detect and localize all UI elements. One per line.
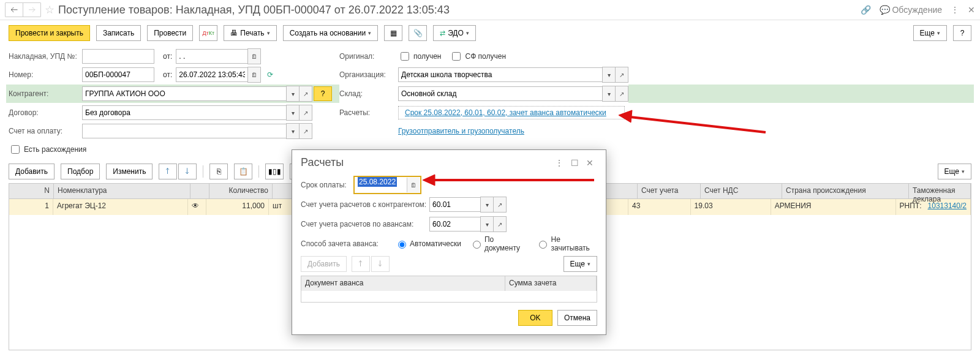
contragent-label: Контрагент: xyxy=(9,89,82,98)
org-row: Организация: ▾ ↗ xyxy=(339,66,628,84)
attach-button[interactable]: 📎 xyxy=(409,25,427,41)
original-row: Оригинал: получен СФ получен xyxy=(339,47,506,66)
dropdown-icon[interactable]: ▾ xyxy=(602,67,616,83)
svg-marker-1 xyxy=(619,110,632,122)
paste-button[interactable]: 📋 xyxy=(234,164,252,179)
invoice-date-input[interactable] xyxy=(176,49,247,64)
open-icon[interactable]: ↗ xyxy=(300,105,312,121)
open-icon[interactable]: ↗ xyxy=(616,67,628,83)
org-input[interactable] xyxy=(398,67,602,82)
add-row-button[interactable]: Добавить xyxy=(9,164,55,179)
advance-up-button: 🡑 xyxy=(352,256,370,272)
advance-more-button[interactable]: Еще ▾ xyxy=(564,256,597,272)
consignor-link[interactable]: Грузоотправитель и грузополучатель xyxy=(398,127,524,135)
open-icon[interactable]: ↗ xyxy=(300,86,312,102)
warehouse-input[interactable] xyxy=(398,86,602,101)
col-acct: Счет учета xyxy=(638,184,701,198)
dropdown-icon[interactable]: ▾ xyxy=(286,86,300,102)
create-based-label: Создать на основании xyxy=(290,29,366,37)
warehouse-row: Склад: ▾ ↗ xyxy=(339,85,628,103)
back-button[interactable]: 🡠 xyxy=(6,3,23,17)
dropdown-icon[interactable]: ▾ xyxy=(286,105,300,121)
contragent-help-button[interactable]: ? xyxy=(314,86,332,101)
term-input[interactable]: 25.08.2022 xyxy=(355,178,407,190)
number-input[interactable] xyxy=(82,67,154,82)
link-icon[interactable]: 🔗 xyxy=(861,5,871,15)
copy-button[interactable]: ⎘ xyxy=(209,164,228,179)
sf-received-checkbox[interactable]: СФ получен xyxy=(450,50,506,62)
cancel-button[interactable]: Отмена xyxy=(557,310,597,326)
open-icon[interactable]: ↗ xyxy=(494,197,507,213)
more-button[interactable]: Еще ▾ xyxy=(913,25,947,41)
dtk-button[interactable]: ДтКт xyxy=(199,25,217,41)
dropdown-icon[interactable]: ▾ xyxy=(286,123,300,139)
advance-col-sum: Сумма зачета xyxy=(505,276,597,291)
open-icon[interactable]: ↗ xyxy=(300,123,312,139)
help-button[interactable]: ? xyxy=(953,25,971,41)
command-bar: Провести и закрыть Записать Провести ДтК… xyxy=(0,20,980,46)
adv-label: Счет учета расчетов по авансам: xyxy=(301,220,429,228)
edit-button[interactable]: Изменить xyxy=(106,164,153,179)
original-label: Оригинал: xyxy=(339,52,398,61)
col-country: Страна происхождения xyxy=(782,184,909,198)
advance-more-label: Еще xyxy=(570,260,585,268)
calendar-icon[interactable]: 🗓 xyxy=(247,67,261,83)
forward-button[interactable]: 🡢 xyxy=(23,3,40,17)
settle-link-wrap: Срок 25.08.2022, 60.01, 60.02, зачет ава… xyxy=(398,106,625,119)
acct-input[interactable] xyxy=(429,197,480,212)
dialog-close-icon[interactable]: ✕ xyxy=(582,158,597,168)
grid-more-button[interactable]: Еще ▾ xyxy=(938,164,971,179)
move-up-button[interactable]: 🡑 xyxy=(159,164,177,179)
calendar-icon[interactable]: 🗓 xyxy=(247,48,261,64)
move-down-button[interactable]: 🡓 xyxy=(178,164,197,179)
mode-label: Способ зачета аванса: xyxy=(301,239,395,248)
settle-label: Расчеты: xyxy=(339,108,398,117)
ok-button[interactable]: OK xyxy=(518,310,552,326)
doc-date-input[interactable] xyxy=(176,67,247,82)
window-actions: 🔗 💬 Обсуждение ⋮ ✕ xyxy=(861,5,975,15)
settle-link[interactable]: Срок 25.08.2022, 60.01, 60.02, зачет ава… xyxy=(402,107,609,118)
dropdown-icon[interactable]: ▾ xyxy=(602,86,616,102)
favorite-icon[interactable]: ☆ xyxy=(45,3,55,17)
number-label: Номер: xyxy=(9,70,82,79)
adv-input[interactable] xyxy=(429,217,480,232)
calendar-icon[interactable]: 🗓 xyxy=(407,178,420,192)
decl-value-link[interactable]: 10313140/2 xyxy=(928,201,967,210)
write-button[interactable]: Записать xyxy=(96,25,141,41)
post-button[interactable]: Провести xyxy=(147,25,193,41)
dropdown-icon[interactable]: ▾ xyxy=(480,216,494,232)
mode-radio-group: Автоматически По документу Не зачитывать xyxy=(395,235,597,252)
invoice-number-input[interactable] xyxy=(82,49,154,64)
mode-none-radio[interactable]: Не зачитывать xyxy=(536,235,597,252)
menu-icon[interactable]: ⋮ xyxy=(951,5,959,15)
advance-table-body xyxy=(301,291,597,302)
dialog-maximize-icon[interactable]: ☐ xyxy=(567,158,582,168)
col-n: N xyxy=(9,184,54,198)
contract-input[interactable] xyxy=(82,105,286,120)
decl-label: РНПТ: xyxy=(900,201,922,210)
dropdown-icon[interactable]: ▾ xyxy=(480,197,494,213)
pick-button[interactable]: Подбор xyxy=(61,164,100,179)
mode-auto-radio[interactable]: Автоматически xyxy=(395,239,461,249)
bill-input[interactable] xyxy=(82,124,286,138)
edo-button[interactable]: ⇄ ЭДО ▾ xyxy=(433,25,476,41)
mode-doc-radio[interactable]: По документу xyxy=(470,235,528,252)
print-button[interactable]: 🖶 Печать ▾ xyxy=(224,25,276,41)
received-checkbox[interactable]: получен xyxy=(398,50,441,62)
barcode-button[interactable]: ▮▯▮ xyxy=(265,164,284,179)
post-and-close-button[interactable]: Провести и закрыть xyxy=(9,25,90,41)
open-icon[interactable]: ↗ xyxy=(494,216,507,232)
dialog-footer: OK Отмена xyxy=(301,310,597,326)
close-icon[interactable]: ✕ xyxy=(968,5,975,15)
diff-checkbox[interactable]: Есть расхождения xyxy=(9,143,86,156)
diff-label: Есть расхождения xyxy=(24,145,86,154)
open-icon[interactable]: ↗ xyxy=(616,86,628,102)
sync-icon[interactable]: ⟳ xyxy=(267,70,273,79)
contragent-input[interactable] xyxy=(82,86,286,101)
discuss-button[interactable]: 💬 Обсуждение xyxy=(880,5,942,15)
cell-eye-icon[interactable]: 👁 xyxy=(188,199,207,215)
doc-date-group: 🗓 xyxy=(176,67,261,83)
dialog-menu-icon[interactable]: ⋮ xyxy=(551,158,567,168)
create-based-button[interactable]: Создать на основании ▾ xyxy=(283,25,379,41)
register-button[interactable]: ▦ xyxy=(384,25,402,41)
